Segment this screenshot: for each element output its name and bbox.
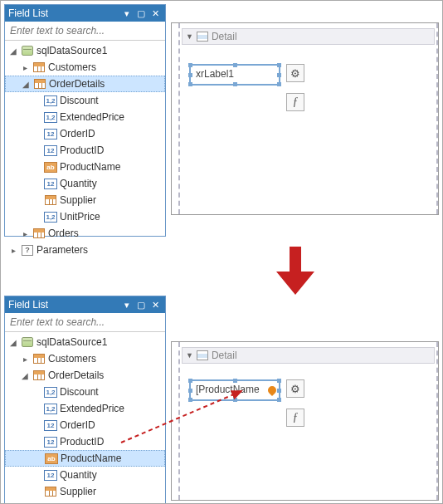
detail-band-icon [197,32,208,42]
data-binding-indicator-icon [266,384,278,396]
dropdown-icon[interactable]: ▾ [120,298,134,311]
search-input[interactable] [5,313,165,332]
xrlabel-control[interactable]: xrLabel1 [190,65,280,85]
node-customers[interactable]: ▸Customers [5,59,165,76]
node-orderdetails[interactable]: ◢OrderDetails [5,76,165,92]
smart-tag-button[interactable]: ⚙ [286,379,304,398]
band-label: Detail [212,31,237,42]
margin-guide-right [436,342,438,500]
node-quantity[interactable]: ▸12Quantity [5,175,165,192]
node-supplier[interactable]: ▸Supplier [5,192,165,208]
report-designer-canvas[interactable]: ▼ Detail xrLabel1 ⚙ ƒ [171,22,439,215]
field-tree: ◢sqlDataSource1 ▸Customers ◢OrderDetails… [5,41,165,260]
panel-titlebar: Field List ▾ ▢ ✕ [5,5,165,22]
expression-button[interactable]: ƒ [286,93,304,111]
detail-band-header[interactable]: ▼ Detail [182,28,435,45]
detail-band-icon [197,350,208,360]
svg-line-0 [121,391,241,443]
node-customers[interactable]: ▸Customers [5,350,165,367]
panel-title: Field List [8,7,120,19]
field-list-panel: Field List ▾ ▢ ✕ ◢sqlDataSource1 ▸Custom… [4,4,166,237]
autohide-icon[interactable]: ▢ [134,7,148,20]
node-productid[interactable]: ▸12ProductID [5,142,165,159]
search-input[interactable] [5,22,165,41]
node-orderdetails[interactable]: ◢OrderDetails [5,367,165,384]
band-label: Detail [212,350,237,361]
expression-button[interactable]: ƒ [286,409,304,427]
close-icon[interactable]: ✕ [148,298,162,311]
node-productname[interactable]: ▸abProductName [5,159,165,175]
xrlabel-text: xrLabel1 [196,68,234,80]
panel-title: Field List [8,299,120,311]
node-datasource[interactable]: ◢sqlDataSource1 [5,42,165,59]
margin-guide-right [436,23,438,214]
node-orderid[interactable]: ▸12OrderID [5,125,165,142]
drag-arrow-icon [117,384,258,451]
node-productname[interactable]: ▸abProductName [5,450,165,467]
node-orders[interactable]: ▸Orders [5,225,165,242]
autohide-icon[interactable]: ▢ [134,298,148,311]
node-quantity[interactable]: ▸12Quantity [5,467,165,483]
node-supplier[interactable]: ▸Supplier [5,483,165,500]
close-icon[interactable]: ✕ [148,7,162,20]
node-discount[interactable]: ▸1,2Discount [5,92,165,109]
flow-arrow-icon [275,247,316,296]
node-unitprice[interactable]: ▸1,2UnitPrice [5,500,165,504]
dropdown-icon[interactable]: ▾ [120,7,134,20]
node-parameters[interactable]: ▸?Parameters [5,242,165,258]
node-datasource[interactable]: ◢sqlDataSource1 [5,334,165,350]
band-collapse-icon[interactable]: ▼ [186,351,193,360]
node-extendedprice[interactable]: ▸1,2ExtendedPrice [5,109,165,125]
smart-tag-button[interactable]: ⚙ [286,64,304,82]
detail-band-header[interactable]: ▼ Detail [182,347,435,364]
band-collapse-icon[interactable]: ▼ [186,32,193,41]
panel-titlebar: Field List ▾ ▢ ✕ [5,296,165,313]
design-grid [172,23,438,214]
node-unitprice[interactable]: ▸1,2UnitPrice [5,208,165,225]
margin-guide-left [178,23,180,214]
